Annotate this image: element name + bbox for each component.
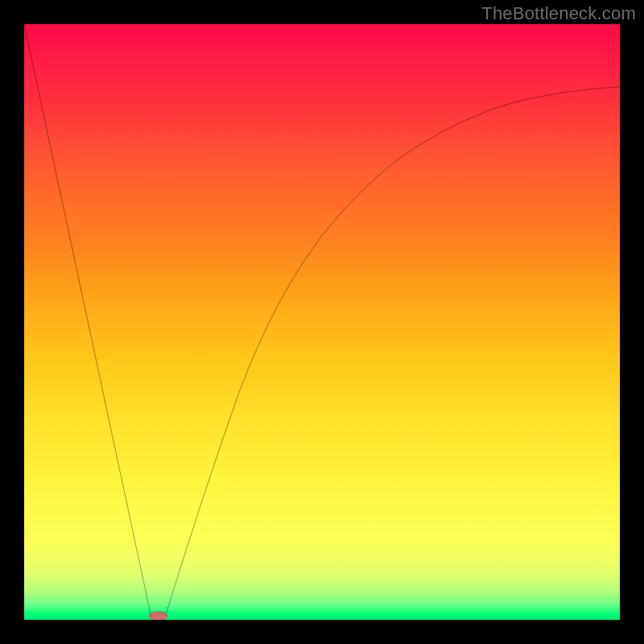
plot-area [24, 24, 620, 620]
watermark-text: TheBottleneck.com [481, 3, 636, 24]
chart-frame: TheBottleneck.com [0, 0, 644, 644]
curve-layer [24, 24, 620, 620]
notch-marker [149, 612, 167, 620]
curve-path [24, 24, 620, 618]
